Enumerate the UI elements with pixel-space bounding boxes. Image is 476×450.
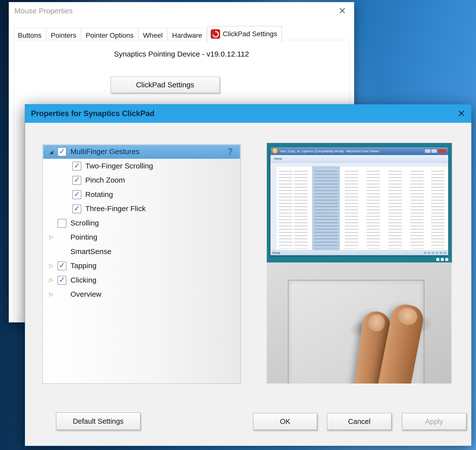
device-version-label: Synaptics Pointing Device - v19.0.12.112	[9, 50, 354, 58]
checkmark-icon: ✓	[74, 191, 80, 198]
expander-collapsed-icon[interactable]: ▷	[48, 277, 55, 283]
tree-item-scrolling[interactable]: Scrolling	[43, 216, 240, 230]
close-icon[interactable]: ✕	[457, 108, 465, 119]
fingernail	[396, 306, 419, 326]
tree-item-multifinger-gestures[interactable]: ◢ ✓ MultiFinger Gestures ?	[43, 145, 240, 159]
excel-data-column	[410, 168, 424, 249]
clickpad-settings-button[interactable]: ClickPad Settings	[111, 77, 220, 93]
excel-titlebar: new_Copy_of_capstruc [Compatibility Mode…	[270, 147, 448, 155]
excel-data-column	[314, 168, 338, 249]
video-control-icon	[436, 258, 439, 261]
clickpad-properties-dialog: Properties for Synaptics ClickPad ✕ ◢ ✓ …	[25, 104, 472, 446]
window-title: Mouse Properties	[14, 7, 73, 15]
checkmark-icon: ✓	[74, 162, 80, 169]
excel-preview-window: new_Copy_of_capstruc [Compatibility Mode…	[270, 147, 448, 255]
excel-close-icon	[438, 149, 446, 153]
checkbox-clicking[interactable]: ✓	[58, 276, 66, 285]
gesture-tree: ◢ ✓ MultiFinger Gestures ? ✓ Two-Finger …	[42, 144, 241, 384]
fingernail	[367, 314, 386, 332]
office-orb-icon	[272, 148, 278, 154]
cancel-button[interactable]: Cancel	[327, 413, 391, 430]
checkmark-icon: ✓	[59, 148, 65, 155]
tree-item-tapping[interactable]: ▷ ✓ Tapping	[43, 259, 240, 273]
checkmark-icon: ✓	[59, 276, 65, 284]
excel-status-bar: Ready	[270, 250, 448, 255]
checkmark-icon: ✓	[74, 205, 80, 212]
excel-status-text: Ready	[272, 251, 280, 254]
excel-data-column	[431, 168, 445, 249]
excel-row-header	[270, 166, 276, 250]
video-controls	[436, 258, 448, 261]
ok-button[interactable]: OK	[253, 413, 317, 430]
checkbox-pinch-zoom[interactable]: ✓	[72, 176, 81, 185]
video-control-icon	[441, 258, 444, 261]
touchpad-demo-image	[267, 262, 451, 384]
tree-item-rotating[interactable]: ✓ Rotating	[43, 188, 240, 202]
excel-zoom-slider	[424, 252, 446, 254]
excel-data-column	[367, 168, 380, 249]
excel-ribbon: Home	[270, 155, 448, 163]
expander-collapsed-icon[interactable]: ▷	[48, 291, 55, 297]
synaptics-icon	[211, 29, 220, 39]
dialog-titlebar[interactable]: Properties for Synaptics ClickPad ✕	[25, 104, 471, 123]
tree-item-smartsense[interactable]: SmartSense	[43, 245, 240, 259]
checkbox-multifinger-gestures[interactable]: ✓	[58, 147, 66, 156]
excel-sheet	[270, 163, 448, 250]
excel-data-column	[294, 168, 308, 249]
close-icon[interactable]: ✕	[339, 6, 346, 16]
tab-clickpad-settings[interactable]: ClickPad Settings	[207, 26, 282, 43]
help-icon[interactable]: ?	[227, 146, 233, 157]
checkmark-icon: ✓	[59, 262, 65, 269]
excel-data-column	[388, 168, 402, 249]
tree-item-two-finger-scrolling[interactable]: ✓ Two-Finger Scrolling	[43, 159, 240, 173]
excel-column-header	[270, 163, 448, 166]
expander-expanded-icon[interactable]: ◢	[48, 149, 55, 155]
tree-item-three-finger-flick[interactable]: ✓ Three-Finger Flick	[43, 202, 240, 216]
excel-title: new_Copy_of_capstruc [Compatibility Mode…	[280, 149, 424, 153]
checkbox-scrolling[interactable]	[58, 219, 66, 228]
synaptics-swirl	[211, 30, 220, 39]
tree-item-overview[interactable]: ▷ Overview	[43, 288, 240, 301]
tree-item-pointing[interactable]: ▷ Pointing	[43, 230, 240, 244]
checkbox-two-finger-scrolling[interactable]: ✓	[72, 162, 81, 171]
expander-collapsed-icon[interactable]: ▷	[48, 234, 55, 240]
excel-ribbon-tab: Home	[270, 157, 282, 161]
tree-item-clicking[interactable]: ▷ ✓ Clicking	[43, 273, 240, 287]
dialog-title: Properties for Synaptics ClickPad	[31, 109, 154, 118]
excel-data-column	[345, 168, 358, 249]
checkbox-three-finger-flick[interactable]: ✓	[72, 204, 81, 213]
checkmark-icon: ✓	[74, 176, 80, 184]
expander-collapsed-icon[interactable]: ▷	[48, 262, 55, 269]
checkbox-rotating[interactable]: ✓	[72, 190, 81, 199]
tree-item-pinch-zoom[interactable]: ✓ Pinch Zoom	[43, 173, 240, 187]
apply-button: Apply	[402, 413, 466, 430]
excel-minimize-icon	[425, 149, 430, 153]
checkbox-tapping[interactable]: ✓	[58, 261, 66, 270]
excel-maximize-icon	[431, 149, 437, 153]
excel-data-column	[279, 168, 292, 249]
default-settings-button[interactable]: Default Settings	[56, 413, 140, 430]
gesture-demo-video[interactable]: new_Copy_of_capstruc [Compatibility Mode…	[267, 143, 452, 263]
video-control-icon	[445, 258, 448, 261]
